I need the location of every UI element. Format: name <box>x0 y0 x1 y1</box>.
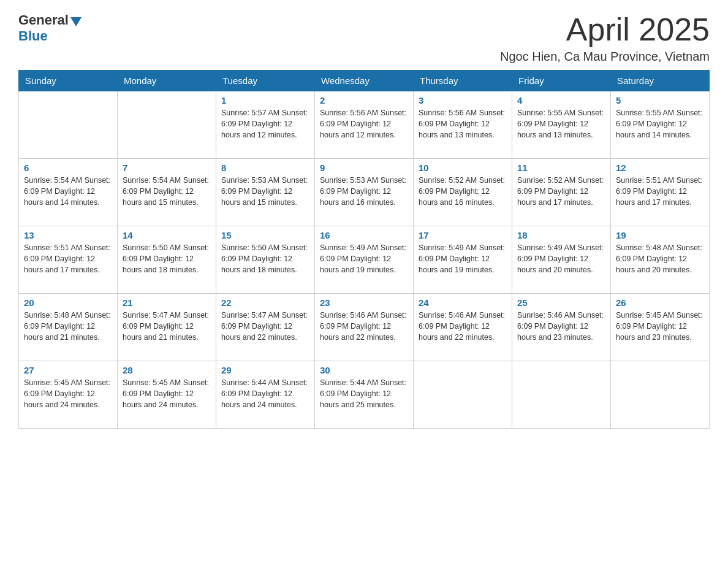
calendar-cell: 13Sunrise: 5:51 AM Sunset: 6:09 PM Dayli… <box>19 226 118 294</box>
calendar-cell <box>414 361 512 429</box>
calendar-table: SundayMondayTuesdayWednesdayThursdayFrid… <box>18 70 710 429</box>
day-number: 17 <box>419 230 507 240</box>
calendar-day-header: Wednesday <box>315 71 414 91</box>
day-info: Sunrise: 5:56 AM Sunset: 6:09 PM Dayligh… <box>419 107 507 140</box>
calendar-cell: 18Sunrise: 5:49 AM Sunset: 6:09 PM Dayli… <box>512 226 611 294</box>
day-number: 30 <box>320 365 408 375</box>
day-info: Sunrise: 5:52 AM Sunset: 6:09 PM Dayligh… <box>419 175 507 208</box>
day-info: Sunrise: 5:52 AM Sunset: 6:09 PM Dayligh… <box>517 175 605 208</box>
day-number: 8 <box>221 163 309 173</box>
logo-blue-text: Blue <box>18 28 48 44</box>
day-number: 12 <box>616 163 704 173</box>
calendar-header-row: SundayMondayTuesdayWednesdayThursdayFrid… <box>19 71 710 91</box>
calendar-cell: 30Sunrise: 5:44 AM Sunset: 6:09 PM Dayli… <box>315 361 414 429</box>
day-info: Sunrise: 5:54 AM Sunset: 6:09 PM Dayligh… <box>24 175 112 208</box>
calendar-week-row: 13Sunrise: 5:51 AM Sunset: 6:09 PM Dayli… <box>19 226 710 294</box>
day-info: Sunrise: 5:47 AM Sunset: 6:09 PM Dayligh… <box>221 310 309 343</box>
day-number: 11 <box>517 163 605 173</box>
day-number: 28 <box>123 365 211 375</box>
day-number: 4 <box>517 95 605 105</box>
day-number: 27 <box>24 365 112 375</box>
day-number: 14 <box>123 230 211 240</box>
calendar-cell: 10Sunrise: 5:52 AM Sunset: 6:09 PM Dayli… <box>414 159 512 226</box>
calendar-cell: 17Sunrise: 5:49 AM Sunset: 6:09 PM Dayli… <box>414 226 512 294</box>
day-info: Sunrise: 5:51 AM Sunset: 6:09 PM Dayligh… <box>616 175 704 208</box>
day-info: Sunrise: 5:57 AM Sunset: 6:09 PM Dayligh… <box>221 107 309 140</box>
calendar-day-header: Monday <box>118 71 216 91</box>
month-title: April 2025 <box>500 12 710 47</box>
calendar-cell: 6Sunrise: 5:54 AM Sunset: 6:09 PM Daylig… <box>19 159 118 226</box>
day-number: 26 <box>616 297 704 308</box>
calendar-cell: 4Sunrise: 5:55 AM Sunset: 6:09 PM Daylig… <box>512 91 611 159</box>
calendar-week-row: 1Sunrise: 5:57 AM Sunset: 6:09 PM Daylig… <box>19 91 710 159</box>
calendar-day-header: Tuesday <box>216 71 315 91</box>
calendar-cell: 25Sunrise: 5:46 AM Sunset: 6:09 PM Dayli… <box>512 294 611 361</box>
day-number: 29 <box>221 365 309 375</box>
day-number: 9 <box>320 163 408 173</box>
title-block: April 2025 Ngoc Hien, Ca Mau Province, V… <box>500 12 710 64</box>
calendar-cell: 28Sunrise: 5:45 AM Sunset: 6:09 PM Dayli… <box>118 361 216 429</box>
day-number: 6 <box>24 163 112 173</box>
day-number: 10 <box>419 163 507 173</box>
day-number: 19 <box>616 230 704 240</box>
logo-general-text: General <box>18 12 69 28</box>
calendar-cell <box>118 91 216 159</box>
day-info: Sunrise: 5:48 AM Sunset: 6:09 PM Dayligh… <box>24 310 112 343</box>
day-info: Sunrise: 5:53 AM Sunset: 6:09 PM Dayligh… <box>320 175 408 208</box>
day-number: 20 <box>24 297 112 308</box>
day-number: 5 <box>616 95 704 105</box>
day-info: Sunrise: 5:46 AM Sunset: 6:09 PM Dayligh… <box>419 310 507 343</box>
day-info: Sunrise: 5:47 AM Sunset: 6:09 PM Dayligh… <box>123 310 211 343</box>
calendar-cell: 20Sunrise: 5:48 AM Sunset: 6:09 PM Dayli… <box>19 294 118 361</box>
calendar-cell: 24Sunrise: 5:46 AM Sunset: 6:09 PM Dayli… <box>414 294 512 361</box>
day-info: Sunrise: 5:45 AM Sunset: 6:09 PM Dayligh… <box>123 377 211 410</box>
calendar-cell: 22Sunrise: 5:47 AM Sunset: 6:09 PM Dayli… <box>216 294 315 361</box>
day-info: Sunrise: 5:48 AM Sunset: 6:09 PM Dayligh… <box>616 242 704 275</box>
calendar-cell: 3Sunrise: 5:56 AM Sunset: 6:09 PM Daylig… <box>414 91 512 159</box>
day-number: 7 <box>123 163 211 173</box>
day-number: 21 <box>123 297 211 308</box>
day-info: Sunrise: 5:55 AM Sunset: 6:09 PM Dayligh… <box>616 107 704 140</box>
calendar-cell: 7Sunrise: 5:54 AM Sunset: 6:09 PM Daylig… <box>118 159 216 226</box>
day-number: 18 <box>517 230 605 240</box>
day-info: Sunrise: 5:49 AM Sunset: 6:09 PM Dayligh… <box>419 242 507 275</box>
calendar-cell: 23Sunrise: 5:46 AM Sunset: 6:09 PM Dayli… <box>315 294 414 361</box>
calendar-cell: 12Sunrise: 5:51 AM Sunset: 6:09 PM Dayli… <box>611 159 710 226</box>
day-number: 25 <box>517 297 605 308</box>
day-info: Sunrise: 5:51 AM Sunset: 6:09 PM Dayligh… <box>24 242 112 275</box>
calendar-cell: 29Sunrise: 5:44 AM Sunset: 6:09 PM Dayli… <box>216 361 315 429</box>
calendar-cell <box>19 91 118 159</box>
day-number: 2 <box>320 95 408 105</box>
day-number: 15 <box>221 230 309 240</box>
day-number: 1 <box>221 95 309 105</box>
calendar-day-header: Thursday <box>414 71 512 91</box>
day-info: Sunrise: 5:49 AM Sunset: 6:09 PM Dayligh… <box>517 242 605 275</box>
day-info: Sunrise: 5:50 AM Sunset: 6:09 PM Dayligh… <box>221 242 309 275</box>
day-info: Sunrise: 5:44 AM Sunset: 6:09 PM Dayligh… <box>320 377 408 410</box>
day-info: Sunrise: 5:50 AM Sunset: 6:09 PM Dayligh… <box>123 242 211 275</box>
day-info: Sunrise: 5:46 AM Sunset: 6:09 PM Dayligh… <box>517 310 605 343</box>
calendar-week-row: 20Sunrise: 5:48 AM Sunset: 6:09 PM Dayli… <box>19 294 710 361</box>
calendar-day-header: Saturday <box>611 71 710 91</box>
day-info: Sunrise: 5:45 AM Sunset: 6:09 PM Dayligh… <box>24 377 112 410</box>
calendar-week-row: 27Sunrise: 5:45 AM Sunset: 6:09 PM Dayli… <box>19 361 710 429</box>
calendar-day-header: Friday <box>512 71 611 91</box>
calendar-cell: 9Sunrise: 5:53 AM Sunset: 6:09 PM Daylig… <box>315 159 414 226</box>
calendar-cell: 21Sunrise: 5:47 AM Sunset: 6:09 PM Dayli… <box>118 294 216 361</box>
day-info: Sunrise: 5:53 AM Sunset: 6:09 PM Dayligh… <box>221 175 309 208</box>
day-number: 13 <box>24 230 112 240</box>
logo-triangle-icon <box>70 17 82 26</box>
calendar-cell: 1Sunrise: 5:57 AM Sunset: 6:09 PM Daylig… <box>216 91 315 159</box>
calendar-cell: 5Sunrise: 5:55 AM Sunset: 6:09 PM Daylig… <box>611 91 710 159</box>
calendar-cell <box>512 361 611 429</box>
day-info: Sunrise: 5:46 AM Sunset: 6:09 PM Dayligh… <box>320 310 408 343</box>
day-info: Sunrise: 5:54 AM Sunset: 6:09 PM Dayligh… <box>123 175 211 208</box>
day-number: 24 <box>419 297 507 308</box>
calendar-cell: 26Sunrise: 5:45 AM Sunset: 6:09 PM Dayli… <box>611 294 710 361</box>
day-info: Sunrise: 5:49 AM Sunset: 6:09 PM Dayligh… <box>320 242 408 275</box>
location-title: Ngoc Hien, Ca Mau Province, Vietnam <box>500 50 710 64</box>
calendar-cell: 11Sunrise: 5:52 AM Sunset: 6:09 PM Dayli… <box>512 159 611 226</box>
calendar-cell: 8Sunrise: 5:53 AM Sunset: 6:09 PM Daylig… <box>216 159 315 226</box>
day-number: 3 <box>419 95 507 105</box>
logo: General Blue <box>18 12 82 44</box>
